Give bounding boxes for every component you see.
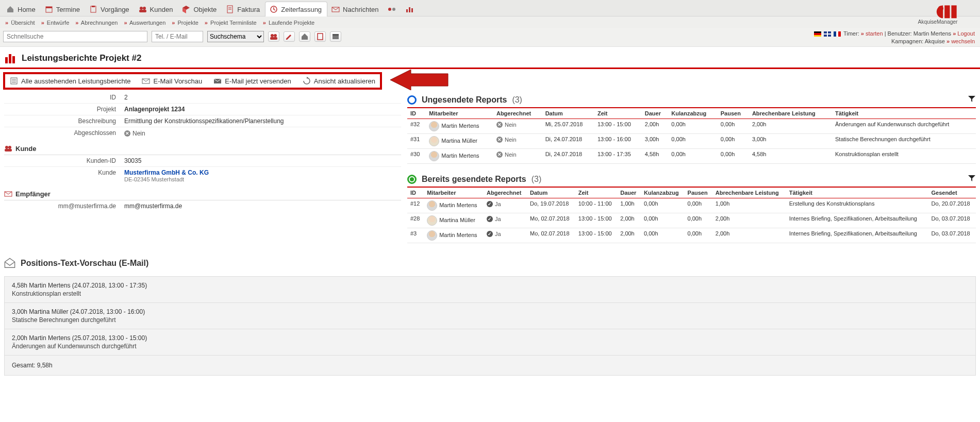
toolbar: Suchschema Timer: » starten | Benutzer: … [0,28,980,47]
subnav-auswertungen[interactable]: Auswertungen [129,20,165,26]
svg-rect-24 [318,33,323,40]
svg-rect-38 [5,149,12,151]
svg-point-5 [143,7,146,10]
nav-tab-nachrichten[interactable]: Nachrichten [327,2,384,16]
toolbar-edit-icon[interactable] [284,31,295,42]
svg-point-22 [274,34,277,37]
users-icon [4,144,12,153]
mail-icon [4,190,12,198]
nav-tab-faktura[interactable]: Faktura [222,2,265,16]
col-header: Kulanzabzug [641,188,685,198]
flag-de-icon[interactable] [814,31,821,37]
list-icon [10,77,18,85]
svg-rect-26 [333,34,339,36]
filter-icon[interactable] [968,174,976,184]
action-email-send[interactable]: E-Mail jetzt versenden [213,77,291,85]
search-schema-select[interactable]: Suchschema [207,31,264,42]
table-row[interactable]: #31Martina Müller✕NeinDi, 24.07.201813:0… [407,134,976,149]
col-header: Mitarbeiter [426,108,493,119]
action-refresh[interactable]: Ansicht aktualisieren [303,77,375,85]
col-header: Gesendet [928,188,976,198]
preview-box: 4,58h Martin Mertens (24.07.2018, 13:00 … [4,276,976,376]
clipboard-icon [89,5,97,13]
svg-rect-27 [5,57,8,63]
toolbar-archive-icon[interactable] [330,31,341,42]
campaign-switch-link[interactable]: wechseln [951,38,975,44]
toolbar-home-icon[interactable] [299,31,310,42]
subnav-abrechnungen[interactable]: Abrechnungen [81,20,118,26]
page-title: Leistungsberichte Projekt #2 [0,47,980,69]
avatar [429,151,439,161]
preview-sub: Konstruktionsplan erstellt [5,290,975,303]
chart-icon [4,52,16,64]
subnav-projekt terminliste[interactable]: Projekt Terminliste [210,20,257,26]
mail-send-icon [213,77,222,85]
timer-start-link[interactable]: starten [866,30,883,37]
nav-tab-zeiterfassung[interactable]: Zeiterfassung [265,2,327,16]
toolbar-doc-icon[interactable] [314,31,326,42]
action-email-preview[interactable]: E-Mail Vorschau [142,77,202,85]
nav-tab-termine[interactable]: Termine [41,2,85,16]
project-value: Anlagenprojekt 1234 [120,104,401,115]
svg-rect-17 [944,5,950,18]
col-header: Pausen [718,108,749,119]
filter-icon[interactable] [968,95,976,105]
svg-point-12 [388,8,391,11]
preview-sub: Änderungen auf Kundenwunsch durchgeführt [5,343,975,356]
svg-point-4 [140,7,143,10]
sent-reports-table: IDMitarbeiterAbgerechnetDatumZeitDauerKu… [407,188,976,243]
svg-rect-18 [951,5,956,18]
table-row[interactable]: #30Martin Mertens✕NeinDi, 24.07.201813:0… [407,149,976,164]
flag-fr-icon[interactable] [834,31,841,37]
table-row[interactable]: #32Martin Mertens✕NeinMi, 25.07.201813:0… [407,119,976,134]
project-label: Projekt [4,104,120,115]
nav-tab-kunden[interactable]: Kunden [135,2,178,16]
subnav-laufende projekte[interactable]: Laufende Projekte [269,20,314,26]
toolbar-users-icon[interactable] [268,31,279,42]
subnav-projekte[interactable]: Projekte [178,20,198,26]
mail-open-icon [4,258,15,269]
svg-point-19 [938,6,943,11]
top-nav: HomeTermineVorgängeKundenObjekteFakturaZ… [0,0,980,16]
dot-icon [388,5,396,13]
users-icon [139,5,147,13]
table-row[interactable]: #12Martin Mertens✓JaDo, 19.07.201810:00 … [407,198,976,213]
nav-tab-vorgänge[interactable]: Vorgänge [85,2,135,16]
col-header: Kulanzabzug [668,108,717,119]
col-header: Abrechenbare Leistung [712,188,786,198]
col-header: Zeit [575,188,617,198]
subnav-übersicht[interactable]: Übersicht [11,20,35,26]
table-row[interactable]: #28Martina Müller✓JaMo, 02.07.201813:00 … [407,213,976,228]
avatar [427,230,437,241]
flag-uk-icon[interactable] [824,31,831,37]
kunde-value[interactable]: Musterfirma GmbH & Co. KGDE-02345 Muster… [120,167,401,184]
id-label: ID [4,92,120,103]
nav-tab-chart[interactable] [401,2,419,16]
logout-link[interactable]: Logout [957,30,975,37]
chart-icon [405,5,413,13]
sent-reports-header: Bereits gesendete Reports (3) [407,171,976,188]
preview-title: Positions-Text-Vorschau (E-Mail) [0,247,980,272]
col-header: Tätigkeit [786,188,928,198]
nav-tab-dot[interactable] [384,2,401,16]
tel-email-input[interactable] [152,31,203,42]
kunde-section-header: Kunde [4,139,401,155]
nav-tab-home[interactable]: Home [2,2,41,16]
col-header: Abgerechnet [493,108,542,119]
quick-search-input[interactable] [3,31,147,42]
svg-rect-23 [270,37,277,40]
campaign-label: Kampagnen: Akquise [891,38,945,44]
callout-arrow-icon [387,70,449,92]
table-row[interactable]: #3Martin Mertens✓JaMo, 02.07.201813:00 -… [407,228,976,243]
svg-rect-29 [12,56,15,63]
avatar [427,200,437,211]
nav-tab-objekte[interactable]: Objekte [178,2,222,16]
col-header: Dauer [642,108,669,119]
subnav-entwürfe[interactable]: Entwürfe [47,20,69,26]
action-all-pending[interactable]: Alle ausstehenden Leistungsberichte [10,77,130,85]
preview-line: 2,00h Martin Mertens (25.07.2018, 13:00 … [5,329,975,343]
svg-point-21 [271,34,274,37]
empfaenger-section-header: Empfänger [4,184,401,200]
desc-label: Beschreibung [4,115,120,127]
x-icon: ✕ [124,130,130,137]
